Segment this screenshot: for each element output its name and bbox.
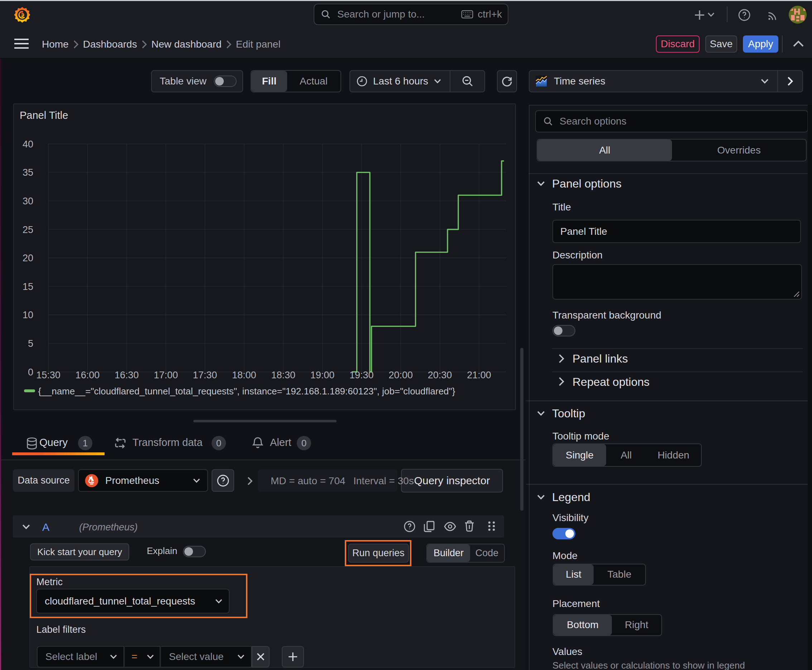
svg-text:5: 5 <box>28 338 33 349</box>
svg-text:15: 15 <box>22 281 33 292</box>
svg-text:16:00: 16:00 <box>76 370 100 381</box>
svg-text:0: 0 <box>28 367 33 377</box>
svg-text:18:30: 18:30 <box>271 370 295 381</box>
svg-text:15:30: 15:30 <box>36 370 61 381</box>
svg-text:17:30: 17:30 <box>193 370 217 381</box>
svg-text:40: 40 <box>22 139 33 150</box>
svg-text:10: 10 <box>22 310 33 320</box>
svg-text:20:00: 20:00 <box>388 370 413 381</box>
svg-text:20: 20 <box>22 253 33 264</box>
svg-text:16:30: 16:30 <box>115 370 139 381</box>
svg-text:20:30: 20:30 <box>428 370 452 381</box>
svg-text:19:00: 19:00 <box>310 370 335 381</box>
svg-text:18:00: 18:00 <box>232 370 256 381</box>
svg-text:19:30: 19:30 <box>349 370 374 381</box>
svg-text:21:00: 21:00 <box>467 370 491 381</box>
svg-text:17:00: 17:00 <box>154 370 178 381</box>
svg-text:30: 30 <box>22 196 33 206</box>
svg-text:{__name__="cloudflared_tunnel_: {__name__="cloudflared_tunnel_total_requ… <box>38 386 455 397</box>
svg-text:25: 25 <box>22 224 33 235</box>
svg-text:35: 35 <box>22 167 33 178</box>
